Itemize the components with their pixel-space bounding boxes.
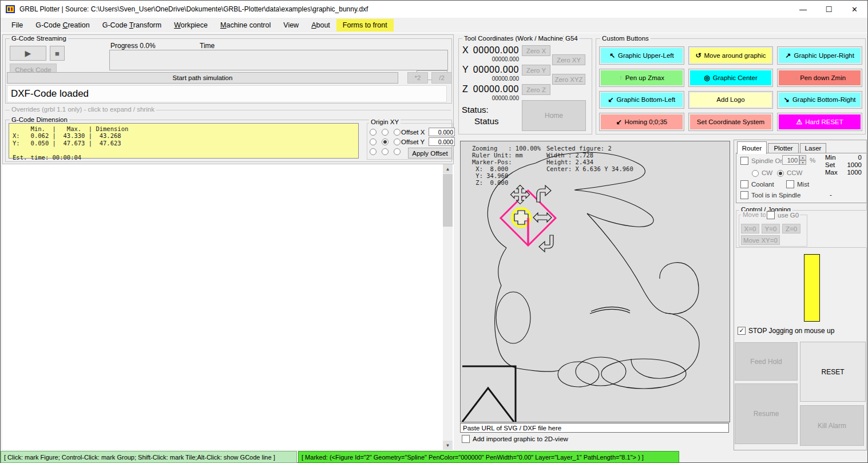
zero-y-button[interactable]: Zero Y [522,65,550,76]
custom-button-pen-up-zmax[interactable]: ↑Pen up Zmax [601,70,683,85]
coolant-checkbox[interactable]: Coolant [740,180,774,188]
custom-button-graphic-upper-right[interactable]: ↗Graphic Upper-Right [779,48,861,63]
zero-x-button[interactable]: Zero X [522,45,550,56]
pen-up-zmax-icon: ↑ [619,74,623,82]
overrides-label[interactable]: Overrides (grbl 1.1 only) - click to exp… [10,106,156,113]
origin-xy-label: Origin XY [369,118,401,125]
zero-z-button[interactable]: Zero Z [522,84,550,95]
set-value: 1000 [839,161,862,168]
custom-button-graphic-center[interactable]: ◎Graphic Center [690,70,772,85]
custom-button-set-coordinate-system[interactable]: Set Coordinate System [690,114,772,129]
custom-button-graphic-bottom-left[interactable]: ↙Graphic Bottom-Left [601,93,683,108]
menu-item-forms-to-front[interactable]: Forms to front [336,19,394,31]
close-button[interactable]: ✕ [842,1,867,18]
custom-button-graphic-upper-left[interactable]: ↖Graphic Upper-Left [601,48,683,63]
origin-radio-0-0[interactable] [370,129,376,136]
graphic-bottom-left-icon: ↙ [608,96,613,104]
menu-item-machine-control[interactable]: Machine control [214,19,277,31]
origin-radio-1-1[interactable] [382,138,389,145]
menu-item-about[interactable]: About [305,19,336,31]
reset-button[interactable]: RESET [800,342,866,402]
custom-button-graphic-bottom-right[interactable]: ↘Graphic Bottom-Right [779,93,861,108]
menu-item-workpiece[interactable]: Workpiece [168,19,214,31]
rotate-arrow-top-icon [537,185,551,202]
z0-button[interactable]: Z=0 [782,224,800,234]
menu-item-file[interactable]: File [5,19,29,31]
y0-button[interactable]: Y=0 [762,224,780,234]
origin-radio-2-1[interactable] [382,148,389,155]
stop-jogging-checkbox[interactable]: ✓ STOP Jogging on mouse up [738,327,834,335]
work-x-value: 00000.000 [471,45,519,56]
gcode-editor[interactable]: ▲ ▼ [2,164,454,450]
spindle-speed-spinner[interactable]: 100 [782,155,799,165]
load-status-text: DXF-Code loaded [11,88,89,100]
editor-scrollbar[interactable]: ▲ ▼ [443,164,453,450]
tab-plotter[interactable]: Plotter [768,143,799,153]
origin-radio-1-0[interactable] [370,138,376,145]
stop-jogging-checkbox-box[interactable]: ✓ [738,327,746,335]
menu-item-g-code-transform[interactable]: G-Code Transform [96,19,168,31]
origin-radio-0-2[interactable] [394,129,401,136]
custom-button-add-logo[interactable]: Add Logo [690,93,772,108]
tool-in-spindle-checkbox[interactable]: Tool is in Spindle [740,191,800,199]
coolant-label: Coolant [751,181,774,188]
ccw-radio[interactable] [777,170,784,177]
feed-hold-button[interactable]: Feed Hold [735,342,798,381]
offset-x-label: Offset X [401,129,425,136]
spindle-on-checkbox-box[interactable] [740,157,748,165]
jog-pad-xy[interactable] [738,254,800,322]
stop-jogging-label: STOP Jogging on mouse up [748,327,834,335]
tool-in-spindle-checkbox-box[interactable] [740,191,748,199]
add-graphic-checkbox[interactable]: Add imported graphic to 2D-view [462,435,568,443]
stop-button[interactable]: ■ [50,46,65,61]
menu-item-g-code-creation[interactable]: G-Code Creation [29,19,96,31]
coolant-checkbox-box[interactable] [740,180,748,188]
spinner-arrows[interactable]: ▲▼ [799,155,806,165]
graphics-2d-view[interactable]: Zooming : 100.00% Ruler Unit: mm Marker-… [460,141,730,422]
origin-radio-2-0[interactable] [370,148,376,155]
origin-radio-1-2[interactable] [394,138,401,145]
zero-xy-button[interactable]: Zero XY [552,54,585,65]
cw-radio[interactable] [752,170,759,177]
custom-button-hard-reset[interactable]: ⚠Hard RESET [779,114,861,129]
menu-item-view[interactable]: View [277,19,305,31]
graphic-upper-right-icon: ↗ [785,52,791,60]
mist-checkbox-box[interactable] [786,180,794,188]
scroll-up-arrow-icon[interactable]: ▲ [443,164,453,173]
add-graphic-checkbox-box[interactable] [462,435,470,443]
spinner-up-icon[interactable]: ▲ [799,155,806,160]
scroll-down-arrow-icon[interactable]: ▼ [443,441,453,450]
spindle-on-checkbox[interactable]: Spindle On [740,157,784,165]
speed-double-button[interactable]: *2 [407,72,428,84]
custom-button-pen-down-zmin[interactable]: ↓Pen down Zmin [779,70,861,85]
tab-laser[interactable]: Laser [800,143,826,153]
jog-pad-z[interactable] [804,254,820,322]
spinner-down-icon[interactable]: ▼ [799,160,806,165]
speed-half-button[interactable]: /2 [431,72,452,84]
origin-radio-2-2[interactable] [394,148,401,155]
maximize-button[interactable]: ☐ [816,1,842,18]
home-button[interactable]: Home [522,100,586,131]
use-g0-checkbox[interactable]: use G0 [766,211,800,219]
kill-alarm-button[interactable]: Kill Alarm [800,405,864,446]
origin-radio-0-1[interactable] [382,129,389,136]
use-g0-checkbox-box[interactable] [767,211,775,219]
minimize-button[interactable]: — [790,1,816,18]
tool-in-spindle-label: Tool is in Spindle [751,192,800,199]
mist-checkbox[interactable]: Mist [786,180,809,188]
url-input[interactable] [460,423,729,433]
custom-button-homing-0-0-35[interactable]: ↙Homing 0;0;35 [601,114,683,129]
custom-button-move-around-graphic[interactable]: ↺Move around graphic [690,48,772,63]
x0-button[interactable]: X=0 [741,224,759,234]
play-button[interactable]: ▶ [10,46,46,61]
move-xy0-button[interactable]: Move XY=0 [741,235,780,245]
selected-figure-shape [514,211,528,224]
scrollbar-thumb[interactable] [443,174,453,227]
offset-x-input[interactable] [429,128,455,136]
start-path-simulation-button[interactable]: Start path simulation [7,72,398,84]
resume-button[interactable]: Resume [735,383,798,444]
offset-y-input[interactable] [429,137,455,146]
apply-offset-button[interactable]: Apply Offset [408,148,452,159]
zero-xyz-button[interactable]: Zero XYZ [552,74,585,85]
tab-router[interactable]: Router [737,141,767,154]
